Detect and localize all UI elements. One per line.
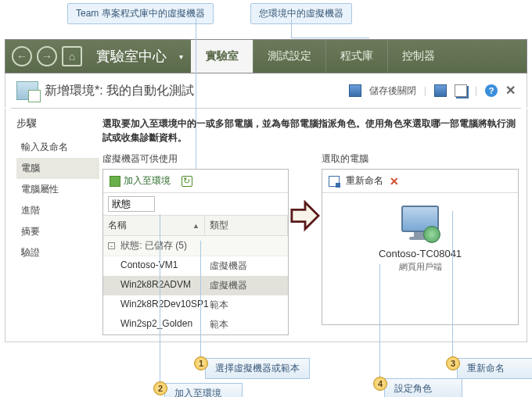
badge-1: 1 bbox=[194, 356, 208, 370]
badge-4: 4 bbox=[373, 377, 387, 391]
step-computer-props[interactable]: 電腦屬性 bbox=[16, 179, 99, 200]
title-dropdown[interactable]: ▾ bbox=[174, 52, 188, 61]
add-icon bbox=[110, 176, 120, 187]
selected-computers-panel: 選取的電腦 重新命名 ✕ Contoso-TC bbox=[322, 152, 519, 325]
callout-set-role: 設定角色 bbox=[384, 378, 462, 397]
steps-sidebar: 步驟 輸入及命名 電腦 電腦屬性 進階 摘要 驗證 bbox=[5, 109, 99, 335]
nav-back-button[interactable]: ← bbox=[12, 46, 32, 66]
sort-icon: ▲ bbox=[192, 222, 200, 230]
content-area: 選取要加入至環境中的一或多部電腦，並為每部電腦指派角色。使用角色來選取哪一部電腦… bbox=[99, 109, 527, 335]
computer-role: 網頁用戶端 bbox=[322, 261, 518, 273]
group-row[interactable]: - 狀態: 已儲存 (5) bbox=[103, 236, 288, 256]
computer-name: Contoso-TC08041 bbox=[322, 248, 518, 259]
step-summary[interactable]: 摘要 bbox=[16, 221, 99, 242]
selected-computer-item[interactable]: Contoso-TC08041 網頁用戶端 bbox=[322, 193, 518, 273]
collapse-icon[interactable]: - bbox=[108, 242, 115, 249]
delete-button[interactable]: ✕ bbox=[390, 175, 399, 188]
available-vms-title: 虛擬機器可供使用 bbox=[102, 152, 289, 166]
callout-team-library: Team 專案程式庫中的虛擬機器 bbox=[67, 3, 214, 24]
vm-row[interactable]: Win2sp2_Golden 範本 bbox=[103, 315, 288, 334]
step-computers[interactable]: 電腦 bbox=[16, 158, 99, 179]
computer-icon bbox=[398, 206, 442, 243]
close-button[interactable]: ✕ bbox=[505, 85, 516, 96]
vm-row[interactable]: Contoso-VM1 虛擬機器 bbox=[103, 256, 288, 276]
top-callouts: Team 專案程式庫中的虛擬機器 您環境中的虛擬機器 bbox=[0, 0, 532, 39]
callout-your-env: 您環境中的虛擬機器 bbox=[250, 3, 352, 24]
tab-lab[interactable]: 實驗室 bbox=[191, 40, 253, 73]
nav-forward-button[interactable]: → bbox=[37, 46, 57, 66]
main-area: 步驟 輸入及命名 電腦 電腦屬性 進階 摘要 驗證 選取要加入至環境中的一或多部… bbox=[5, 109, 527, 342]
rename-button[interactable]: 重新命名 bbox=[346, 174, 383, 188]
tab-controller[interactable]: 控制器 bbox=[387, 40, 449, 73]
save-close-button[interactable]: 儲存後關閉 bbox=[369, 84, 416, 98]
vm-row[interactable]: Win2k8R2ADVM 虛擬機器 bbox=[103, 276, 288, 295]
grid-header: 名稱▲ 類型 bbox=[103, 215, 288, 236]
vm-row[interactable]: Win2k8R2Dev10SP1 範本 bbox=[103, 295, 288, 315]
add-to-env-button[interactable]: 加入至環境 bbox=[110, 174, 171, 188]
instruction-text: 選取要加入至環境中的一或多部電腦，並為每部電腦指派角色。使用角色來選取哪一部電腦… bbox=[102, 116, 519, 145]
save-button[interactable] bbox=[434, 84, 447, 97]
available-vms-panel: 虛擬機器可供使用 加入至環境 名稱▲ bbox=[102, 152, 289, 335]
callout-select-vm: 選擇虛擬機器或範本 bbox=[205, 358, 310, 379]
selected-title: 選取的電腦 bbox=[322, 152, 519, 166]
col-name-header[interactable]: 名稱▲ bbox=[103, 216, 205, 235]
steps-title: 步驟 bbox=[16, 116, 99, 131]
transfer-arrow-icon bbox=[289, 152, 322, 232]
save-icon bbox=[349, 84, 361, 97]
page-title: 新增環境*: 我的自動化測試 bbox=[45, 83, 194, 99]
app-ribbon: ← → ⌂ 實驗室中心 ▾ 實驗室 測試設定 程式庫 控制器 bbox=[5, 39, 527, 73]
globe-icon bbox=[423, 226, 440, 243]
rename-icon bbox=[329, 176, 340, 187]
environment-icon bbox=[16, 81, 38, 100]
refresh-button[interactable] bbox=[182, 176, 192, 187]
tab-library[interactable]: 程式庫 bbox=[325, 40, 387, 73]
callout-rename: 重新命名 bbox=[457, 358, 532, 379]
status-filter-input[interactable] bbox=[108, 196, 155, 212]
app-title: 實驗室中心 bbox=[88, 47, 174, 66]
bottom-callouts: 1 選擇虛擬機器或範本 2 加入至環境 3 重新命名 4 設定角色 bbox=[5, 342, 527, 397]
tab-test-settings[interactable]: 測試設定 bbox=[253, 40, 325, 73]
badge-3: 3 bbox=[446, 356, 460, 370]
step-verify[interactable]: 驗證 bbox=[16, 242, 99, 263]
sub-header: 新增環境*: 我的自動化測試 儲存後關閉 | | ? ✕ bbox=[5, 73, 527, 108]
col-type-header[interactable]: 類型 bbox=[205, 216, 288, 235]
step-name-input[interactable]: 輸入及命名 bbox=[16, 137, 99, 158]
badge-2: 2 bbox=[153, 381, 167, 395]
nav-home-button[interactable]: ⌂ bbox=[62, 46, 82, 66]
help-button[interactable]: ? bbox=[485, 84, 498, 97]
step-advanced[interactable]: 進階 bbox=[16, 200, 99, 221]
callout-add-env: 加入至環境 bbox=[164, 383, 243, 397]
copy-button[interactable] bbox=[455, 84, 467, 97]
